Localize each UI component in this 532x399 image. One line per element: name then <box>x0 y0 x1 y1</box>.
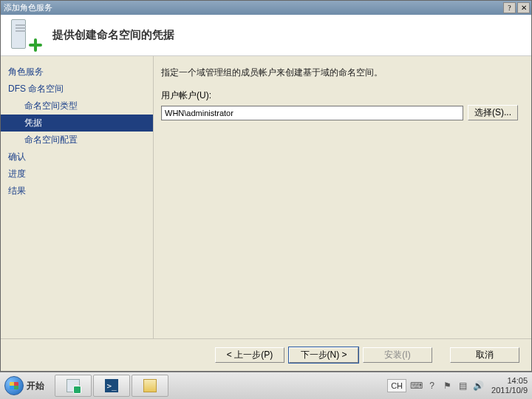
taskbar-powershell[interactable]: >_ <box>93 375 130 397</box>
window-title: 添加角色服务 <box>2 2 502 13</box>
help-tray-icon[interactable]: ? <box>426 381 437 392</box>
taskbar-clock[interactable]: 14:05 2011/10/9 <box>488 376 528 395</box>
page-description: 指定一个域管理组的成员帐户来创建基于域的命名空间。 <box>161 66 518 79</box>
prev-button[interactable]: < 上一步(P) <box>215 347 284 363</box>
account-input[interactable] <box>161 106 463 120</box>
keyboard-icon[interactable]: ⌨ <box>411 381 422 392</box>
next-button[interactable]: 下一步(N) > <box>289 347 358 363</box>
nav-step-4[interactable]: 命名空间配置 <box>1 132 153 149</box>
account-label: 用户帐户(U): <box>161 89 518 102</box>
pinned-apps: >_ <box>52 372 168 399</box>
nav-step-3[interactable]: 凭据 <box>1 115 153 132</box>
clock-date: 2011/10/9 <box>491 386 528 395</box>
wizard-content: 指定一个域管理组的成员帐户来创建基于域的命名空间。 用户帐户(U): 选择(S)… <box>154 56 531 338</box>
wizard-header: 提供创建命名空间的凭据 <box>1 15 531 56</box>
nav-step-6[interactable]: 进度 <box>1 166 153 183</box>
taskbar-explorer[interactable] <box>132 375 168 397</box>
add-role-icon <box>10 19 42 52</box>
powershell-icon: >_ <box>105 379 118 392</box>
wizard-body: 角色服务DFS 命名空间命名空间类型凭据命名空间配置确认进度结果 指定一个域管理… <box>1 56 531 338</box>
start-label: 开始 <box>27 380 44 392</box>
add-role-services-wizard: 添加角色服务 ? ✕ 提供创建命名空间的凭据 角色服务DFS 命名空间命名空间类… <box>0 0 532 372</box>
nav-step-1[interactable]: DFS 命名空间 <box>1 81 153 98</box>
titlebar: 添加角色服务 ? ✕ <box>1 1 531 15</box>
servermanager-icon <box>66 379 80 392</box>
close-button[interactable]: ✕ <box>517 2 530 13</box>
install-button: 安装(I) <box>363 347 432 363</box>
action-center-icon[interactable]: ⚑ <box>442 381 453 392</box>
explorer-icon <box>143 379 157 392</box>
nav-step-5[interactable]: 确认 <box>1 149 153 166</box>
ime-indicator[interactable]: CH <box>387 379 406 392</box>
taskbar: 开始 >_ CH ⌨ ? ⚑ ▤ 🔊 14:05 2011/10/9 <box>0 372 532 399</box>
clock-time: 14:05 <box>491 376 528 386</box>
start-button[interactable]: 开始 <box>0 372 52 400</box>
volume-icon[interactable]: 🔊 <box>473 381 484 392</box>
nav-step-0[interactable]: 角色服务 <box>1 64 153 81</box>
help-button[interactable]: ? <box>503 2 516 13</box>
page-title: 提供创建命名空间的凭据 <box>52 28 174 42</box>
network-icon[interactable]: ▤ <box>457 381 468 392</box>
nav-step-2[interactable]: 命名空间类型 <box>1 98 153 115</box>
system-tray: CH ⌨ ? ⚑ ▤ 🔊 14:05 2011/10/9 <box>383 372 532 399</box>
start-orb-icon <box>4 376 24 395</box>
wizard-footer: < 上一步(P) 下一步(N) > 安装(I) 取消 <box>1 338 531 371</box>
nav-step-7[interactable]: 结果 <box>1 183 153 200</box>
taskbar-servermanager[interactable] <box>55 375 92 397</box>
wizard-nav: 角色服务DFS 命名空间命名空间类型凭据命名空间配置确认进度结果 <box>1 56 154 338</box>
cancel-button[interactable]: 取消 <box>450 347 519 363</box>
select-button[interactable]: 选择(S)... <box>468 105 518 120</box>
